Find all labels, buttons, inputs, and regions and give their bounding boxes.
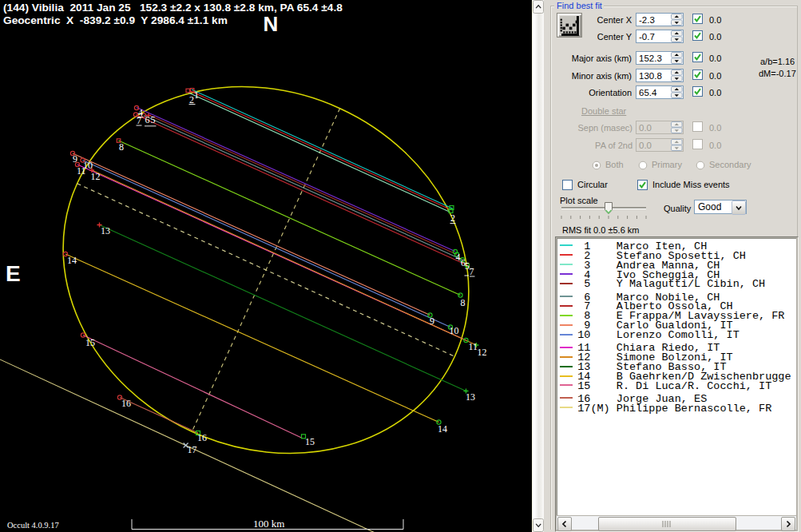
svg-text:16: 16	[197, 432, 207, 443]
svg-text:Geocentric X -839.2 ±0.9 Y: Geocentric X -839.2 ±0.9 Y 2986.4 ±1.1 k…	[3, 14, 228, 26]
svg-text:9: 9	[73, 153, 77, 165]
svg-text:11: 11	[77, 165, 86, 177]
svg-text:11: 11	[469, 341, 478, 352]
svg-text:15: 15	[85, 337, 95, 348]
svg-text:8: 8	[119, 141, 124, 153]
svg-text:2: 2	[450, 212, 455, 224]
svg-text:4: 4	[456, 252, 461, 263]
svg-text:N: N	[264, 12, 279, 36]
svg-text:7: 7	[470, 266, 474, 277]
svg-text:14: 14	[438, 423, 447, 435]
svg-text:Occult 4.0.9.17: Occult 4.0.9.17	[7, 521, 59, 530]
svg-text:16: 16	[121, 398, 131, 409]
svg-text:1: 1	[194, 89, 199, 101]
svg-text:100 km: 100 km	[253, 518, 284, 530]
svg-text:14: 14	[67, 255, 77, 266]
svg-text:17: 17	[188, 444, 197, 455]
svg-text:8: 8	[461, 297, 466, 308]
svg-text:E: E	[6, 261, 21, 286]
svg-text:13: 13	[466, 391, 475, 403]
svg-text:10: 10	[450, 325, 459, 336]
svg-text:12: 12	[478, 347, 487, 358]
svg-text:15: 15	[305, 436, 315, 447]
svg-text:13: 13	[101, 225, 110, 236]
svg-text:9: 9	[430, 316, 434, 327]
svg-text:12: 12	[91, 171, 101, 182]
svg-text:6: 6	[145, 114, 150, 125]
svg-text:5: 5	[151, 114, 156, 125]
svg-text:(144) Vibilia 2011 Jan 25 1: (144) Vibilia 2011 Jan 25 152.3 ±2.2 x 1…	[3, 2, 343, 14]
svg-text:2: 2	[189, 94, 194, 105]
